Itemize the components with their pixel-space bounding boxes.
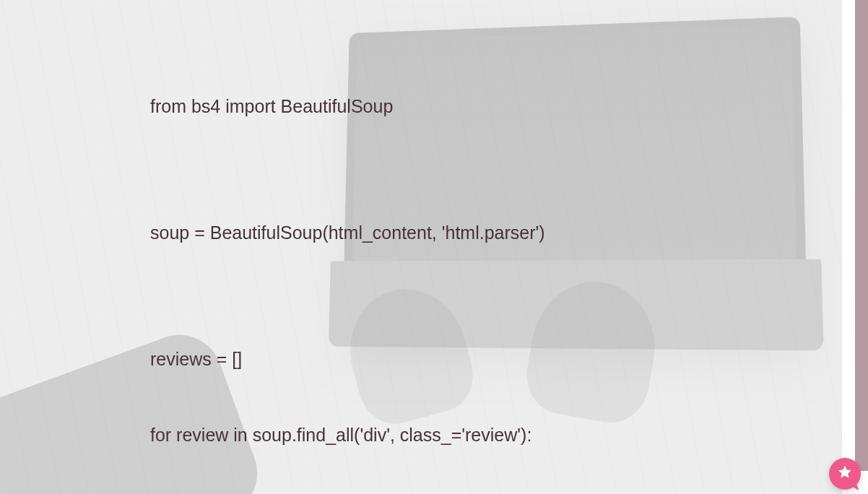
star-icon: [837, 464, 853, 483]
scrollbar-track[interactable]: [855, 0, 868, 471]
code-snippet: from bs4 import BeautifulSoup soup = Bea…: [150, 43, 685, 494]
code-line: from bs4 import BeautifulSoup: [150, 94, 685, 119]
code-line: soup = BeautifulSoup(html_content, 'html…: [150, 220, 685, 246]
code-line: reviews = []: [150, 347, 685, 372]
chat-widget-button[interactable]: [829, 458, 861, 490]
code-line: for review in soup.find_all('div', class…: [150, 422, 685, 448]
